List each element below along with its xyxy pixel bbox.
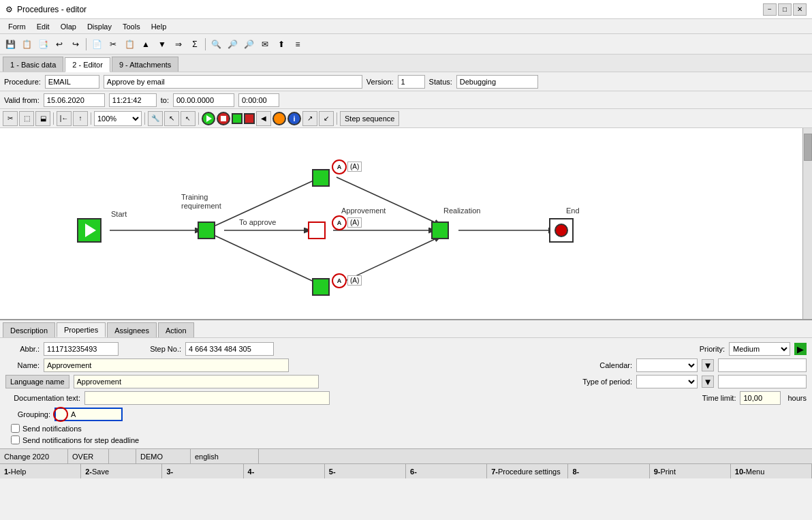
fn6-key[interactable]: 6- — [406, 464, 487, 478]
node-approve-top[interactable] — [312, 169, 330, 187]
menu-olap[interactable]: Olap — [55, 19, 82, 33]
valid-from-row: Valid from: to: — [0, 91, 812, 109]
minimize-button[interactable]: − — [763, 3, 777, 16]
stepno-input[interactable] — [185, 342, 274, 356]
typeofperiod-btn[interactable]: ▼ — [702, 376, 714, 388]
paste-ed-button[interactable]: ⬓ — [35, 111, 50, 126]
fn7-key[interactable]: 7-Procedure settings — [487, 464, 568, 478]
node-training[interactable] — [198, 221, 215, 239]
timelimit-input[interactable] — [740, 391, 781, 405]
stop-button[interactable] — [217, 112, 230, 125]
copy-ed-button[interactable]: ⬚ — [19, 111, 34, 126]
fn5-key[interactable]: 5- — [325, 464, 406, 478]
close-button[interactable]: ✕ — [793, 3, 807, 16]
new-button[interactable]: 📄 — [89, 37, 104, 52]
export-button[interactable]: ⬆ — [274, 37, 289, 52]
up-button[interactable]: ▲ — [138, 37, 153, 52]
svg-text:requirement: requirement — [181, 202, 221, 210]
list-button[interactable]: ≡ — [290, 37, 305, 52]
tab-basic-data[interactable]: 1 - Basic data — [3, 57, 63, 72]
valid-to-date[interactable] — [173, 93, 234, 107]
cut-ed-button[interactable]: ✂ — [3, 111, 18, 126]
fn2-key[interactable]: 2-Save — [81, 464, 162, 478]
mail-button[interactable]: ✉ — [257, 37, 272, 52]
orange-button[interactable] — [272, 112, 286, 125]
copy-button[interactable]: 📋 — [19, 37, 34, 52]
priority-go-button[interactable]: ▶ — [794, 343, 807, 355]
calendar-btn[interactable]: ▼ — [702, 359, 714, 371]
fn8-key[interactable]: 8- — [568, 464, 649, 478]
sum-button[interactable]: Σ — [187, 37, 202, 52]
send-notifications-checkbox[interactable] — [11, 424, 20, 433]
search-button[interactable]: 🔍 — [208, 37, 223, 52]
play-button[interactable] — [202, 112, 215, 125]
cursor-button[interactable]: ↖ — [164, 111, 179, 126]
zoom-select[interactable]: 100% 50% 75% 125% 150% — [94, 111, 142, 126]
menu-edit[interactable]: Edit — [31, 19, 55, 33]
doctext-input[interactable] — [84, 391, 330, 405]
menu-display[interactable]: Display — [82, 19, 117, 33]
red-sq-button[interactable] — [244, 113, 255, 124]
undo-button[interactable]: ↩ — [52, 37, 67, 52]
canvas-area[interactable]: To approve Training requirement Start Ap… — [0, 128, 812, 319]
langname-input[interactable] — [74, 375, 319, 388]
calendar-extra[interactable] — [718, 358, 807, 372]
tab-assignees[interactable]: Assignees — [107, 322, 157, 337]
version-field[interactable] — [398, 75, 425, 89]
expand-button[interactable]: ↗ — [302, 111, 317, 126]
fn3-key[interactable]: 3- — [162, 464, 243, 478]
grouping-input[interactable] — [54, 408, 123, 421]
name-input[interactable] — [44, 358, 289, 372]
cut-button[interactable]: ✂ — [106, 37, 121, 52]
down-button[interactable]: ▼ — [155, 37, 170, 52]
align-up-button[interactable]: ↑ — [73, 111, 88, 126]
align-left-button[interactable]: |← — [57, 111, 72, 126]
language-name-button[interactable]: Language name — [5, 375, 69, 388]
select-button[interactable]: ↖ — [181, 111, 196, 126]
redo-button[interactable]: ↪ — [68, 37, 83, 52]
procedure-code-field[interactable] — [45, 75, 99, 89]
canvas-scrollbar[interactable] — [802, 128, 812, 319]
fn9-key[interactable]: 9-Print — [650, 464, 731, 478]
node-end[interactable] — [549, 218, 574, 243]
status-field[interactable] — [456, 75, 538, 89]
menu-form[interactable]: Form — [3, 19, 31, 33]
save-button[interactable]: 💾 — [3, 37, 18, 52]
valid-from-date[interactable] — [44, 93, 105, 107]
search2-button[interactable]: 🔎 — [225, 37, 240, 52]
node-approvement[interactable] — [308, 221, 326, 239]
back-button[interactable]: ◀ — [256, 111, 271, 126]
node-realization[interactable] — [431, 221, 449, 239]
abbr-input[interactable] — [44, 342, 119, 356]
search3-button[interactable]: 🔎 — [241, 37, 256, 52]
step-sequence-button[interactable]: Step sequence — [340, 111, 399, 126]
valid-from-time[interactable] — [109, 93, 157, 107]
priority-select[interactable]: Medium Low High — [729, 342, 790, 356]
green-sq-button[interactable] — [232, 113, 243, 124]
typeofperiod-select[interactable] — [636, 375, 698, 388]
procedure-name-field[interactable] — [104, 75, 362, 89]
fn4-key[interactable]: 4- — [244, 464, 325, 478]
collapse-button[interactable]: ↙ — [319, 111, 334, 126]
info-button[interactable]: i — [287, 112, 301, 125]
tab-properties[interactable]: Properties — [57, 322, 106, 337]
maximize-button[interactable]: □ — [778, 3, 792, 16]
valid-to-time[interactable] — [238, 93, 279, 107]
import-button[interactable]: ⇒ — [171, 37, 186, 52]
send-notifications-deadline-checkbox[interactable] — [11, 435, 20, 444]
tab-action[interactable]: Action — [158, 322, 194, 337]
fn10-key[interactable]: 10-Menu — [731, 464, 812, 478]
menu-tools[interactable]: Tools — [117, 19, 146, 33]
paste-button[interactable]: 📋 — [122, 37, 137, 52]
fn1-key[interactable]: 1-Help — [0, 464, 81, 478]
calendar-select[interactable] — [636, 358, 698, 372]
menu-help[interactable]: Help — [146, 19, 172, 33]
tool-button[interactable]: 🔧 — [148, 111, 163, 126]
typeofperiod-extra[interactable] — [718, 375, 807, 388]
tab-attachments[interactable]: 9 - Attachments — [112, 57, 178, 72]
clipboard-button[interactable]: 📑 — [35, 37, 50, 52]
tab-description[interactable]: Description — [3, 322, 55, 337]
node-start[interactable] — [77, 218, 102, 243]
node-approve-bot[interactable] — [312, 278, 330, 296]
tab-editor[interactable]: 2 - Editor — [65, 57, 110, 72]
